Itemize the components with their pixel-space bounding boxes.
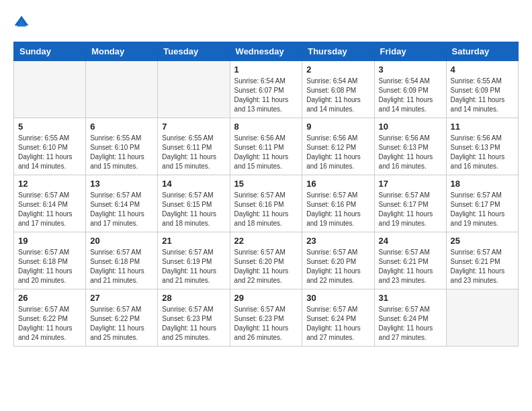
day-number: 1 (234, 64, 298, 75)
day-number: 6 (90, 122, 153, 132)
calendar-day-cell (446, 289, 518, 347)
calendar-day-cell: 31Sunrise: 6:57 AMSunset: 6:24 PMDayligh… (374, 289, 446, 347)
day-number: 13 (90, 179, 153, 189)
calendar-day-cell: 28Sunrise: 6:57 AMSunset: 6:23 PMDayligh… (158, 289, 230, 347)
calendar-table: SundayMondayTuesdayWednesdayThursdayFrid… (13, 42, 519, 347)
weekday-header-friday: Friday (374, 42, 446, 61)
day-detail: Sunrise: 6:57 AMSunset: 6:20 PMDaylight:… (306, 248, 369, 285)
day-number: 21 (162, 236, 225, 246)
calendar-day-cell (86, 61, 158, 118)
day-detail: Sunrise: 6:57 AMSunset: 6:16 PMDaylight:… (234, 191, 298, 228)
calendar-day-cell: 2Sunrise: 6:54 AMSunset: 6:08 PMDaylight… (302, 61, 374, 118)
weekday-header-row: SundayMondayTuesdayWednesdayThursdayFrid… (14, 42, 519, 61)
calendar-week-row: 26Sunrise: 6:57 AMSunset: 6:22 PMDayligh… (14, 289, 519, 347)
calendar-day-cell: 12Sunrise: 6:57 AMSunset: 6:14 PMDayligh… (14, 175, 86, 232)
day-detail: Sunrise: 6:57 AMSunset: 6:22 PMDaylight:… (90, 305, 153, 342)
day-detail: Sunrise: 6:57 AMSunset: 6:24 PMDaylight:… (306, 305, 369, 342)
day-number: 26 (18, 293, 81, 303)
calendar-day-cell: 5Sunrise: 6:55 AMSunset: 6:10 PMDaylight… (14, 118, 86, 175)
calendar-week-row: 19Sunrise: 6:57 AMSunset: 6:18 PMDayligh… (14, 232, 519, 289)
day-number: 17 (379, 179, 442, 189)
calendar-day-cell: 9Sunrise: 6:56 AMSunset: 6:12 PMDaylight… (302, 118, 374, 175)
calendar-day-cell: 1Sunrise: 6:54 AMSunset: 6:07 PMDaylight… (230, 61, 302, 118)
day-number: 23 (306, 236, 369, 246)
day-detail: Sunrise: 6:57 AMSunset: 6:20 PMDaylight:… (234, 248, 298, 285)
calendar-day-cell: 22Sunrise: 6:57 AMSunset: 6:20 PMDayligh… (230, 232, 302, 289)
logo (13, 13, 32, 31)
day-number: 14 (162, 179, 225, 189)
calendar-day-cell: 10Sunrise: 6:56 AMSunset: 6:13 PMDayligh… (374, 118, 446, 175)
calendar-day-cell: 17Sunrise: 6:57 AMSunset: 6:17 PMDayligh… (374, 175, 446, 232)
weekday-header-saturday: Saturday (446, 42, 518, 61)
calendar-day-cell: 8Sunrise: 6:56 AMSunset: 6:11 PMDaylight… (230, 118, 302, 175)
day-number: 5 (18, 122, 81, 132)
day-detail: Sunrise: 6:57 AMSunset: 6:14 PMDaylight:… (90, 191, 153, 228)
day-detail: Sunrise: 6:55 AMSunset: 6:10 PMDaylight:… (18, 134, 81, 171)
calendar-day-cell: 13Sunrise: 6:57 AMSunset: 6:14 PMDayligh… (86, 175, 158, 232)
day-number: 30 (306, 293, 369, 303)
day-detail: Sunrise: 6:57 AMSunset: 6:17 PMDaylight:… (379, 191, 442, 228)
day-detail: Sunrise: 6:54 AMSunset: 6:07 PMDaylight:… (234, 77, 298, 114)
day-detail: Sunrise: 6:57 AMSunset: 6:21 PMDaylight:… (451, 248, 514, 285)
calendar-day-cell: 15Sunrise: 6:57 AMSunset: 6:16 PMDayligh… (230, 175, 302, 232)
day-detail: Sunrise: 6:55 AMSunset: 6:11 PMDaylight:… (162, 134, 225, 171)
page-header (13, 13, 519, 31)
day-detail: Sunrise: 6:57 AMSunset: 6:14 PMDaylight:… (18, 191, 81, 228)
day-number: 22 (234, 236, 298, 246)
calendar-day-cell: 6Sunrise: 6:55 AMSunset: 6:10 PMDaylight… (86, 118, 158, 175)
calendar-day-cell: 18Sunrise: 6:57 AMSunset: 6:17 PMDayligh… (446, 175, 518, 232)
day-number: 4 (451, 64, 514, 75)
day-number: 25 (451, 236, 514, 246)
day-number: 8 (234, 122, 298, 132)
day-detail: Sunrise: 6:57 AMSunset: 6:17 PMDaylight:… (451, 191, 514, 228)
day-number: 16 (306, 179, 369, 189)
calendar-week-row: 12Sunrise: 6:57 AMSunset: 6:14 PMDayligh… (14, 175, 519, 232)
day-number: 15 (234, 179, 298, 189)
day-detail: Sunrise: 6:57 AMSunset: 6:16 PMDaylight:… (306, 191, 369, 228)
calendar-day-cell: 21Sunrise: 6:57 AMSunset: 6:19 PMDayligh… (158, 232, 230, 289)
calendar-day-cell: 14Sunrise: 6:57 AMSunset: 6:15 PMDayligh… (158, 175, 230, 232)
calendar-day-cell: 7Sunrise: 6:55 AMSunset: 6:11 PMDaylight… (158, 118, 230, 175)
day-detail: Sunrise: 6:54 AMSunset: 6:08 PMDaylight:… (306, 77, 369, 114)
weekday-header-wednesday: Wednesday (230, 42, 302, 61)
weekday-header-monday: Monday (86, 42, 158, 61)
day-number: 31 (379, 293, 442, 303)
calendar-week-row: 5Sunrise: 6:55 AMSunset: 6:10 PMDaylight… (14, 118, 519, 175)
calendar-day-cell: 23Sunrise: 6:57 AMSunset: 6:20 PMDayligh… (302, 232, 374, 289)
day-detail: Sunrise: 6:56 AMSunset: 6:13 PMDaylight:… (451, 134, 514, 171)
calendar-day-cell (158, 61, 230, 118)
day-detail: Sunrise: 6:55 AMSunset: 6:09 PMDaylight:… (451, 77, 514, 114)
day-detail: Sunrise: 6:56 AMSunset: 6:12 PMDaylight:… (306, 134, 369, 171)
calendar-day-cell: 25Sunrise: 6:57 AMSunset: 6:21 PMDayligh… (446, 232, 518, 289)
day-detail: Sunrise: 6:57 AMSunset: 6:19 PMDaylight:… (162, 248, 225, 285)
weekday-header-tuesday: Tuesday (158, 42, 230, 61)
day-number: 28 (162, 293, 225, 303)
day-number: 2 (306, 64, 369, 75)
calendar-day-cell: 4Sunrise: 6:55 AMSunset: 6:09 PMDaylight… (446, 61, 518, 118)
day-number: 20 (90, 236, 153, 246)
day-number: 24 (379, 236, 442, 246)
day-number: 12 (18, 179, 81, 189)
calendar-day-cell: 20Sunrise: 6:57 AMSunset: 6:18 PMDayligh… (86, 232, 158, 289)
weekday-header-sunday: Sunday (14, 42, 86, 61)
day-number: 29 (234, 293, 298, 303)
calendar-day-cell: 3Sunrise: 6:54 AMSunset: 6:09 PMDaylight… (374, 61, 446, 118)
calendar-day-cell: 16Sunrise: 6:57 AMSunset: 6:16 PMDayligh… (302, 175, 374, 232)
day-detail: Sunrise: 6:57 AMSunset: 6:18 PMDaylight:… (90, 248, 153, 285)
day-detail: Sunrise: 6:57 AMSunset: 6:18 PMDaylight:… (18, 248, 81, 285)
calendar-day-cell (14, 61, 86, 118)
day-number: 10 (379, 122, 442, 132)
calendar-day-cell: 27Sunrise: 6:57 AMSunset: 6:22 PMDayligh… (86, 289, 158, 347)
day-number: 11 (451, 122, 514, 132)
day-detail: Sunrise: 6:57 AMSunset: 6:23 PMDaylight:… (234, 305, 298, 342)
logo-icon (13, 15, 30, 31)
day-detail: Sunrise: 6:57 AMSunset: 6:24 PMDaylight:… (379, 305, 442, 342)
day-detail: Sunrise: 6:55 AMSunset: 6:10 PMDaylight:… (90, 134, 153, 171)
day-detail: Sunrise: 6:54 AMSunset: 6:09 PMDaylight:… (379, 77, 442, 114)
day-number: 18 (451, 179, 514, 189)
day-number: 7 (162, 122, 225, 132)
day-detail: Sunrise: 6:56 AMSunset: 6:11 PMDaylight:… (234, 134, 298, 171)
day-detail: Sunrise: 6:57 AMSunset: 6:21 PMDaylight:… (379, 248, 442, 285)
calendar-day-cell: 19Sunrise: 6:57 AMSunset: 6:18 PMDayligh… (14, 232, 86, 289)
calendar-day-cell: 24Sunrise: 6:57 AMSunset: 6:21 PMDayligh… (374, 232, 446, 289)
